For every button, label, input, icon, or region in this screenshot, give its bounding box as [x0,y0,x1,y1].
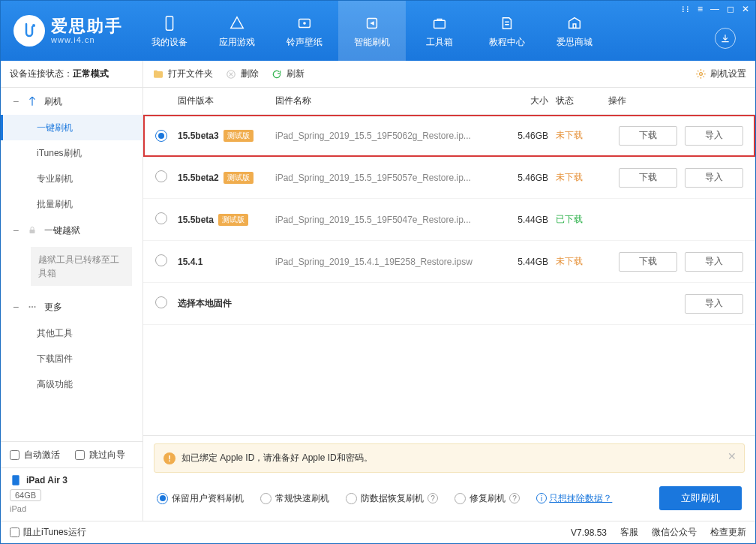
firmware-name: iPad_Spring_2019_15.5_19F5062g_Restore.i… [275,131,496,141]
table-row[interactable]: 15.5beta2测试版iPad_Spring_2019_15.5_19F505… [143,157,755,199]
downloads-icon[interactable] [715,28,736,49]
help-icon[interactable]: ? [428,493,438,503]
alert-close-icon[interactable]: ✕ [728,450,736,462]
check-update-link[interactable]: 检查更新 [710,526,746,539]
flash-now-button[interactable]: 立即刷机 [659,486,742,510]
conn-label: 设备连接状态： [10,68,73,80]
nav-item-1[interactable]: 应用游戏 [203,1,271,61]
row-radio[interactable] [155,130,167,142]
firmware-version: 选择本地固件 [178,297,275,310]
win-menu-icon[interactable]: ⫶⫶ [681,4,690,14]
firmware-status: 未下载 [556,255,608,268]
import-button[interactable]: 导入 [685,168,743,188]
table-row[interactable]: 15.5beta3测试版iPad_Spring_2019_15.5_19F506… [143,115,755,157]
option-radio[interactable] [454,493,466,504]
device-card[interactable]: iPad Air 3 64GB iPad [1,467,142,521]
more-icon [26,301,38,313]
sidebar: 设备连接状态： 正常模式 刷机 一键刷机iTunes刷机专业刷机批量刷机 一键越… [1,61,143,521]
skip-guide-label: 跳过向导 [89,449,125,461]
download-button[interactable]: 下载 [619,252,677,272]
alert-text: 如已绑定 Apple ID，请准备好 Apple ID和密码。 [182,452,373,464]
nav-label: 爱思商城 [556,36,592,49]
device-capacity: 64GB [10,489,41,501]
sidebar-item[interactable]: 其他工具 [1,320,142,346]
option-radio[interactable] [157,493,168,504]
flash-option[interactable]: 保留用户资料刷机 [157,492,244,505]
nav-item-3[interactable]: 智能刷机 [338,1,406,61]
col-name: 固件名称 [275,95,496,107]
support-link[interactable]: 客服 [620,526,638,539]
import-button[interactable]: 导入 [685,126,743,146]
nav-item-6[interactable]: 爱思商城 [541,1,608,61]
sidebar-item[interactable]: 高级功能 [1,371,142,397]
sidebar-item[interactable]: 批量刷机 [1,191,142,217]
svg-point-9 [32,306,33,308]
flash-option[interactable]: 防数据恢复刷机 ? [346,492,438,505]
block-itunes-checkbox[interactable] [10,527,20,537]
option-radio[interactable] [260,493,272,504]
table-row[interactable]: 15.4.1iPad_Spring_2019_15.4.1_19E258_Res… [143,241,755,283]
firmware-version: 15.5beta3测试版 [178,130,275,142]
nav-label: 应用游戏 [219,36,255,49]
open-folder-button[interactable]: 打开文件夹 [152,68,213,80]
jailbreak-note: 越狱工具已转移至工具箱 [31,247,132,286]
firmware-size: 5.46GB [496,131,556,141]
row-radio[interactable] [155,254,167,266]
wechat-link[interactable]: 微信公众号 [652,526,697,539]
sidebar-group-flash[interactable]: 刷机 [1,88,142,115]
svg-rect-5 [434,20,446,28]
flash-option[interactable]: 修复刷机 ? [454,492,520,505]
skip-guide-checkbox[interactable] [75,450,85,460]
row-radio[interactable] [155,212,167,224]
version-label: V7.98.53 [571,527,607,538]
download-button[interactable]: 下载 [619,126,677,146]
sidebar-item[interactable]: 一键刷机 [1,115,142,140]
header: 爱思助手 www.i4.cn 我的设备应用游戏铃声壁纸智能刷机工具箱教程中心爱思… [1,1,755,61]
help-icon[interactable]: ? [509,493,520,503]
firmware-table: 15.5beta3测试版iPad_Spring_2019_15.5_19F506… [143,115,755,435]
info-icon[interactable]: i [536,493,547,503]
sidebar-group-jailbreak[interactable]: 一键越狱 [1,217,142,244]
nav-item-5[interactable]: 教程中心 [473,1,541,61]
maximize-icon[interactable]: ◻ [727,4,734,14]
svg-point-8 [29,306,31,308]
flash-options: 保留用户资料刷机常规快速刷机防数据恢复刷机 ?修复刷机 ?i 只想抹除数据？立即… [143,479,755,521]
bottom-panel: ! 如已绑定 Apple ID，请准备好 Apple ID和密码。 ✕ 保留用户… [143,435,755,521]
main: 打开文件夹 删除 刷新 刷机设置 固件版本 固件名 [143,61,755,521]
refresh-icon [271,68,283,80]
sidebar-item[interactable]: 专业刷机 [1,166,142,191]
import-button[interactable]: 导入 [685,294,743,314]
download-button[interactable]: 下载 [619,168,677,188]
svg-rect-6 [573,23,576,27]
beta-badge: 测试版 [218,214,248,226]
nav-item-0[interactable]: 我的设备 [136,1,203,61]
erase-link[interactable]: 只想抹除数据？ [549,493,612,503]
nav-label: 智能刷机 [354,36,390,49]
firmware-version: 15.5beta2测试版 [178,172,275,184]
sidebar-group-more[interactable]: 更多 [1,293,142,320]
import-button[interactable]: 导入 [685,252,743,272]
sidebar-item[interactable]: 下载固件 [1,346,142,371]
arrow-icon [26,95,38,107]
table-row[interactable]: 选择本地固件导入 [143,283,755,325]
sidebar-item[interactable]: iTunes刷机 [1,140,142,166]
nav-item-2[interactable]: 铃声壁纸 [271,1,338,61]
option-radio[interactable] [346,493,357,504]
top-nav: 我的设备应用游戏铃声壁纸智能刷机工具箱教程中心爱思商城 [136,1,755,61]
firmware-size: 5.44GB [496,257,556,267]
flash-settings-button[interactable]: 刷机设置 [694,68,746,80]
flash-option[interactable]: 常规快速刷机 [260,492,329,505]
app-window: 爱思助手 www.i4.cn 我的设备应用游戏铃声壁纸智能刷机工具箱教程中心爱思… [0,0,756,544]
block-itunes-option[interactable]: 阻止iTunes运行 [10,526,86,539]
win-list-icon[interactable]: ≡ [698,4,703,14]
minimize-icon[interactable]: — [710,4,719,14]
nav-item-4[interactable]: 工具箱 [406,1,473,61]
row-radio[interactable] [155,296,167,308]
auto-activate-checkbox[interactable] [10,450,20,460]
svg-rect-7 [30,230,35,233]
row-radio[interactable] [155,170,167,182]
table-row[interactable]: 15.5beta测试版iPad_Spring_2019_15.5_19F5047… [143,199,755,241]
refresh-button[interactable]: 刷新 [271,68,304,80]
firmware-version: 15.5beta测试版 [178,214,275,226]
close-icon[interactable]: ✕ [742,4,749,14]
